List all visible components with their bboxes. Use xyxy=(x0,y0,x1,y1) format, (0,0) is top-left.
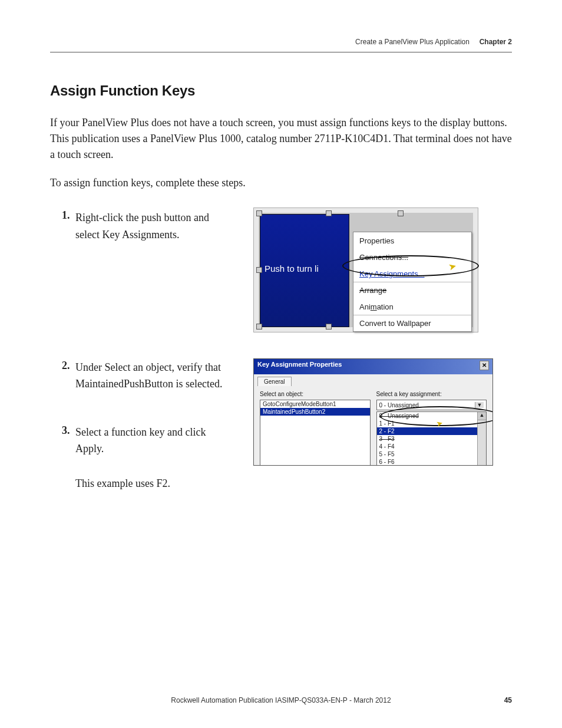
tab-general[interactable]: General xyxy=(257,377,292,386)
key-listbox[interactable]: ▲ 0 - Unassigned 1 - F1 2 - F2 3 - F3 4 … xyxy=(376,411,487,466)
scrollbar[interactable]: ▲ xyxy=(477,412,486,465)
object-listbox[interactable]: GotoConfigureModeButton1 MaintainedPushB… xyxy=(260,400,371,466)
resize-handle[interactable] xyxy=(326,324,332,330)
figure-context-menu: Push to turn li Properties Connections..… xyxy=(253,207,478,332)
select-object-label: Select an object: xyxy=(260,391,371,397)
resize-handle[interactable] xyxy=(398,210,404,216)
combo-value: 0 - Unassigned xyxy=(379,402,419,409)
list-item[interactable]: 1 - F1 xyxy=(377,420,487,427)
resize-handle[interactable] xyxy=(326,210,332,216)
scroll-up-icon[interactable]: ▲ xyxy=(478,412,486,420)
resize-handle[interactable] xyxy=(256,267,262,273)
list-item-selected[interactable]: MaintainedPushButton2 xyxy=(260,408,370,416)
step-2-number: 2. xyxy=(62,360,70,372)
push-button-label: Push to turn li xyxy=(265,263,319,274)
chevron-down-icon[interactable]: ▼ xyxy=(475,402,484,408)
breadcrumb-text: Create a PanelView Plus Application xyxy=(355,38,470,46)
intro-paragraph: If your PanelView Plus does not have a t… xyxy=(50,115,512,163)
list-item[interactable]: 6 - F6 xyxy=(377,458,487,466)
step-3-number: 3. xyxy=(62,424,70,437)
figure-key-assignment-dialog: Key Assignment Properties ✕ General Sele… xyxy=(253,358,493,466)
lead-sentence: To assign function keys, complete these … xyxy=(50,177,246,189)
list-item-selected[interactable]: 2 - F2 xyxy=(377,427,487,435)
footer-text: Rockwell Automation Publication IASIMP-Q… xyxy=(0,696,562,704)
dialog-titlebar: Key Assignment Properties ✕ xyxy=(254,359,492,374)
section-heading: Assign Function Keys xyxy=(50,83,195,99)
step-1-number: 1. xyxy=(62,209,70,222)
step-2-text: Under Select an object, verify that Main… xyxy=(75,360,234,393)
select-key-label: Select a key assignment: xyxy=(376,391,487,397)
page-header: Create a PanelView Plus Application Chap… xyxy=(355,38,512,46)
resize-handle[interactable] xyxy=(256,210,262,216)
close-button[interactable]: ✕ xyxy=(480,361,489,370)
menu-item-properties[interactable]: Properties xyxy=(353,232,471,249)
step-3-text: Select a function key and click Apply. xyxy=(75,424,234,457)
list-item[interactable]: GotoConfigureModeButton1 xyxy=(260,400,370,408)
key-combo[interactable]: 0 - Unassigned ▼ xyxy=(376,400,487,410)
dialog-title: Key Assignment Properties xyxy=(257,361,342,373)
header-rule xyxy=(50,52,512,52)
menu-item-animation[interactable]: Animation xyxy=(353,298,471,315)
menu-item-convert-wallpaper[interactable]: Convert to Wallpaper xyxy=(353,315,471,331)
chapter-label: Chapter 2 xyxy=(480,38,512,46)
page-number: 45 xyxy=(504,696,512,704)
list-item[interactable]: 3 - F3 xyxy=(377,435,487,443)
step-3-note: This example uses F2. xyxy=(75,477,234,490)
context-menu: Properties Connections... Key Assignment… xyxy=(353,232,472,332)
tab-row: General xyxy=(254,374,492,386)
list-item[interactable]: 4 - F4 xyxy=(377,443,487,450)
step-1-text: Right-click the push button and select K… xyxy=(75,209,234,243)
resize-handle[interactable] xyxy=(256,324,262,330)
list-item[interactable]: 5 - F5 xyxy=(377,450,487,458)
menu-item-arrange[interactable]: Arrange xyxy=(353,282,471,298)
list-item[interactable]: 0 - Unassigned xyxy=(377,412,487,420)
